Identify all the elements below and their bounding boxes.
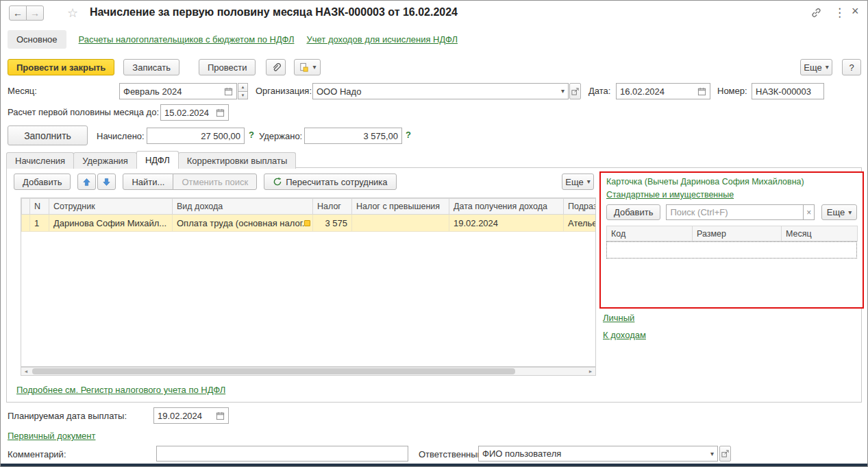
col-employee[interactable]: Сотрудник	[49, 199, 173, 215]
post-and-close-button[interactable]: Провести и закрыть	[8, 59, 114, 75]
tab-accruals[interactable]: Начисления	[6, 152, 74, 169]
cell-division[interactable]: Ателье	[564, 215, 596, 232]
planned-payment-date-label: Планируемая дата выплаты:	[8, 411, 127, 421]
empty-row-cursor[interactable]	[606, 241, 857, 259]
tab-main[interactable]: Основное	[8, 30, 66, 49]
page-title: Начисление за первую половину месяца НАЗ…	[90, 6, 458, 19]
col-income-type[interactable]: Вид дохода	[173, 199, 313, 215]
scrollbar-thumb[interactable]	[32, 368, 515, 374]
favorite-star-icon[interactable]: ☆	[67, 5, 78, 21]
withheld-value: 3 575,00	[308, 131, 398, 141]
col-code[interactable]: Код	[607, 226, 693, 241]
attachments-button[interactable]	[266, 59, 286, 75]
get-link-icon[interactable]	[810, 7, 822, 19]
calendar-icon[interactable]	[216, 108, 225, 117]
forward-button[interactable]: →	[26, 5, 44, 21]
standard-property-deductions-link[interactable]: Стандартные и имущественные	[606, 190, 734, 200]
responsible-combo[interactable]: ФИО пользователя ▾	[478, 446, 718, 462]
tab-deductions[interactable]: Удержания	[73, 152, 137, 169]
cell-tax[interactable]: 3 575	[313, 215, 352, 232]
accrued-hint-icon[interactable]: ?	[249, 130, 254, 140]
number-label: Номер:	[717, 86, 747, 96]
table-row[interactable]: 1 Даринова София Михайл... Оплата труда …	[22, 215, 596, 232]
nav-link-settlements[interactable]: Расчеты налогоплательщиков с бюджетом по…	[79, 34, 295, 45]
card-more-button[interactable]: Еще ▾	[821, 204, 857, 220]
cell-income-type[interactable]: Оплата труда (основная налог...	[173, 215, 313, 232]
horizontal-scrollbar[interactable]: ◄ ►	[21, 367, 596, 376]
cell-n[interactable]: 1	[30, 215, 49, 232]
withheld-input[interactable]: 3 575,00	[304, 128, 402, 144]
col-excess-tax[interactable]: Налог с превышения	[352, 199, 449, 215]
combo-caret-icon[interactable]: ▾	[710, 451, 714, 457]
card-search: ×	[666, 204, 815, 220]
choose-value-icon[interactable]	[304, 220, 310, 226]
post-and-close-label: Провести и закрыть	[16, 62, 106, 73]
card-search-input[interactable]	[666, 204, 803, 220]
accrued-value: 27 500,00	[151, 131, 240, 141]
to-income-link[interactable]: К доходам	[603, 330, 646, 340]
create-based-on-button[interactable]: ▾	[294, 59, 321, 75]
date-input[interactable]: 16.02.2024	[616, 83, 710, 99]
tab-payment-adjustments[interactable]: Корректировки выплаты	[178, 152, 297, 169]
col-division[interactable]: Подраздел	[564, 199, 596, 215]
number-input[interactable]: НАЗК-000003	[752, 83, 824, 99]
primary-document-link[interactable]: Первичный документ	[8, 431, 95, 441]
tab-ndfl[interactable]: НДФЛ	[136, 151, 179, 169]
grid-add-button[interactable]: Добавить	[14, 173, 71, 190]
nav-link-income-accounting[interactable]: Учет доходов для исчисления НДФЛ	[306, 34, 457, 45]
col-size[interactable]: Размер	[693, 226, 782, 241]
scroll-right-icon[interactable]: ►	[586, 368, 595, 375]
grid-more-button[interactable]: Еще ▾	[562, 173, 594, 190]
toolbar-more-label: Еще	[804, 62, 821, 73]
cell-income-date[interactable]: 19.02.2024	[449, 215, 564, 232]
move-up-button[interactable]	[77, 173, 96, 190]
organization-combo[interactable]: ООО Надо ▾	[312, 83, 569, 99]
move-down-button[interactable]	[97, 173, 116, 190]
back-icon: ←	[13, 8, 23, 19]
cell-excess-tax[interactable]	[352, 215, 449, 232]
help-label: ?	[849, 62, 854, 73]
ndfl-tab-panel: Добавить Найти... Отменить поиск Пересчи…	[6, 167, 862, 403]
forward-icon: →	[30, 8, 40, 19]
ndfl-register-link[interactable]: Подробнее см. Регистр налогового учета п…	[16, 385, 225, 395]
col-month[interactable]: Месяц	[782, 226, 858, 241]
spin-down-icon[interactable]: ▼	[238, 92, 248, 100]
personal-link[interactable]: Личный	[603, 313, 634, 323]
comment-input[interactable]	[156, 446, 408, 462]
clear-search-icon[interactable]: ×	[803, 204, 815, 220]
col-income-date[interactable]: Дата получения дохода	[449, 199, 564, 215]
calc-until-label: Расчет первой половины месяца до:	[8, 107, 159, 117]
post-button[interactable]: Провести	[199, 59, 256, 75]
help-button[interactable]: ?	[842, 59, 861, 75]
planned-payment-date-input[interactable]: 19.02.2024	[153, 407, 229, 424]
back-button[interactable]: ←	[9, 5, 27, 21]
col-n[interactable]: N	[30, 199, 49, 215]
calendar-icon[interactable]	[697, 87, 706, 96]
write-button[interactable]: Записать	[123, 59, 179, 75]
withheld-hint-icon[interactable]: ?	[406, 130, 411, 140]
find-button[interactable]: Найти...	[123, 173, 173, 190]
recalculate-employee-button[interactable]: Пересчитать сотрудника	[264, 173, 396, 190]
calendar-icon[interactable]	[224, 87, 233, 96]
responsible-open-button[interactable]	[719, 446, 731, 462]
cell-employee[interactable]: Даринова София Михайл...	[49, 215, 173, 232]
spin-up-icon[interactable]: ▲	[238, 83, 248, 92]
organization-open-button[interactable]	[569, 83, 581, 99]
cancel-find-button[interactable]: Отменить поиск	[173, 173, 257, 190]
more-menu-icon[interactable]: ⋮	[834, 5, 845, 20]
close-icon[interactable]: ×	[852, 4, 859, 19]
number-value: НАЗК-000003	[756, 86, 820, 97]
fill-button[interactable]: Заполнить	[8, 125, 88, 145]
col-tax[interactable]: Налог	[313, 199, 352, 215]
toolbar-more-button[interactable]: Еще ▾	[800, 59, 832, 75]
accrued-input[interactable]: 27 500,00	[147, 128, 245, 144]
calc-until-input[interactable]: 15.02.2024	[160, 104, 229, 121]
card-add-button[interactable]: Добавить	[606, 204, 660, 220]
month-label: Месяц:	[8, 86, 37, 96]
calendar-icon[interactable]	[216, 411, 225, 420]
combo-caret-icon[interactable]: ▾	[561, 88, 565, 95]
month-input[interactable]: Февраль 2024	[119, 83, 237, 99]
scrollbar-track[interactable]	[31, 368, 586, 375]
scroll-left-icon[interactable]: ◄	[21, 368, 31, 375]
grid-add-label: Добавить	[23, 177, 62, 187]
